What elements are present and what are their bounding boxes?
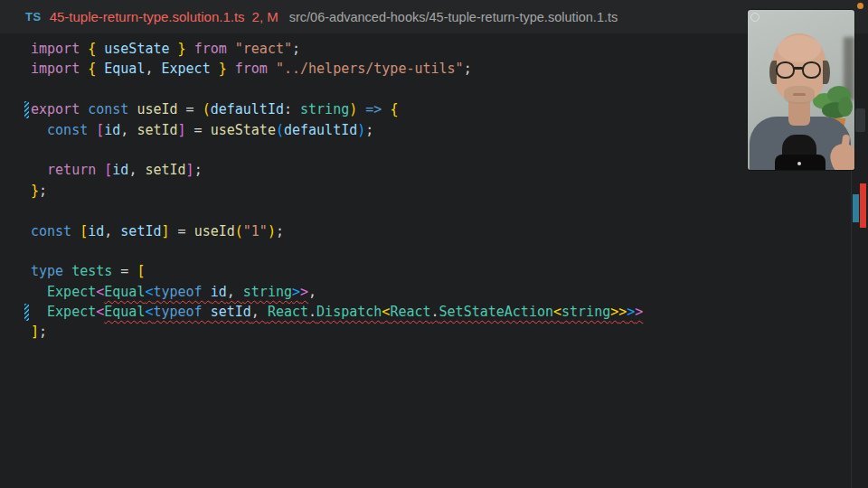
- code-line[interactable]: };: [31, 181, 643, 201]
- webcam-person-glasses: [794, 67, 803, 70]
- code-line[interactable]: [31, 201, 643, 221]
- git-modified-gutter-mark: [24, 304, 29, 321]
- code-line[interactable]: Expect<Equal<typeof id, string>>,: [31, 282, 643, 302]
- webcam-overlay: [748, 10, 854, 170]
- scrollbar-thumb[interactable]: [855, 108, 865, 132]
- code-line[interactable]: [31, 241, 643, 261]
- webcam-microphone-logo: [797, 162, 801, 165]
- problems-modified-badge: 2, M: [252, 9, 278, 24]
- code-line[interactable]: [31, 80, 643, 99]
- notification-dot-icon: [857, 3, 863, 9]
- code-line[interactable]: [31, 140, 643, 160]
- webcam-person-forehead: [778, 35, 821, 62]
- code-area[interactable]: import { useState } from "react";import …: [31, 39, 643, 343]
- webcam-plant: [838, 97, 853, 117]
- code-line[interactable]: export const useId = (defaultId: string)…: [31, 99, 643, 119]
- webcam-person-hair: [823, 61, 830, 84]
- breadcrumb[interactable]: src/06-advanced-hooks/45-tuple-return-ty…: [289, 10, 618, 24]
- code-line[interactable]: import { Equal, Expect } from "../helper…: [31, 59, 643, 79]
- editor-pane[interactable]: import { useState } from "react";import …: [0, 33, 868, 488]
- webcam-person-glasses: [802, 61, 821, 79]
- code-line[interactable]: ];: [31, 322, 643, 342]
- webcam-corner-circle-icon: [750, 13, 760, 22]
- git-modified-gutter-mark: [24, 101, 29, 118]
- code-line[interactable]: const [id, setId] = useState(defaultId);: [31, 120, 643, 140]
- code-line[interactable]: Expect<Equal<typeof setId, React.Dispatc…: [31, 302, 643, 322]
- code-line[interactable]: type tests = [: [31, 261, 643, 281]
- typescript-file-icon: TS: [25, 10, 42, 23]
- code-line[interactable]: return [id, setId];: [31, 160, 643, 180]
- tab-filename[interactable]: 45-tuple-return-type.solution.1.ts: [50, 9, 245, 24]
- editor-title-bar: TS 45-tuple-return-type.solution.1.ts 2,…: [0, 0, 868, 33]
- code-line[interactable]: import { useState } from "react";: [31, 39, 643, 59]
- code-line[interactable]: const [id, setId] = useId("1");: [31, 221, 643, 241]
- vscode-window: TS 45-tuple-return-type.solution.1.ts 2,…: [0, 0, 868, 488]
- webcam-person-glasses: [776, 61, 795, 79]
- overview-ruler-error-marker: [860, 183, 866, 228]
- webcam-person-mouth: [793, 93, 806, 96]
- overview-ruler-modified-marker: [853, 194, 859, 222]
